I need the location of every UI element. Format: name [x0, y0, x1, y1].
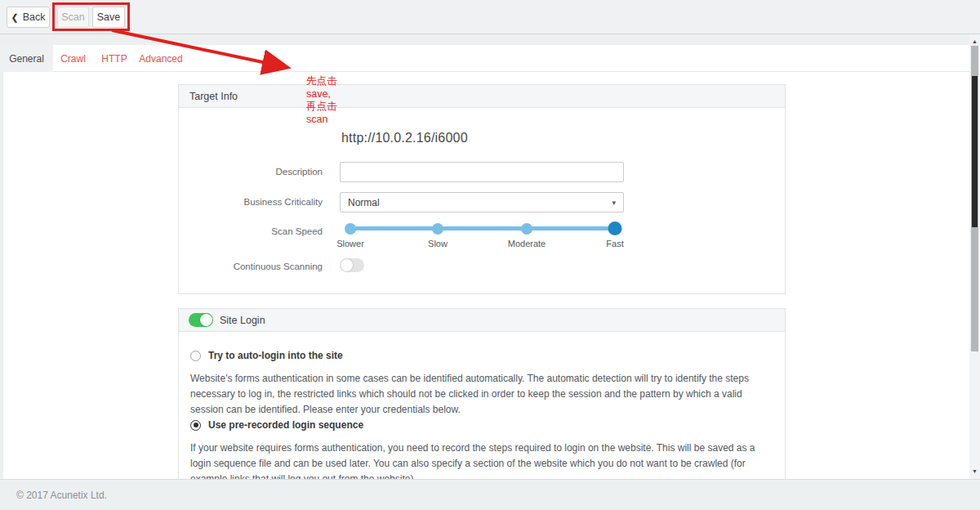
description-label: Description	[179, 167, 323, 177]
tab-general-label: General	[9, 53, 44, 65]
annotation-note: 先点击 save, 再点击 scan	[306, 75, 337, 126]
pre-recorded-label: Use pre-recorded login sequence	[208, 419, 363, 431]
continuous-scanning-label: Continuous Scanning	[179, 262, 323, 271]
tab-crawl[interactable]: Crawl	[53, 45, 93, 72]
copyright-text: © 2017 Acunetix Ltd.	[16, 490, 107, 501]
tab-advanced[interactable]: Advanced	[136, 45, 186, 72]
tab-http[interactable]: HTTP	[93, 45, 136, 72]
scan-button-label: Scan	[61, 11, 85, 23]
pre-recorded-radio[interactable]	[190, 420, 201, 431]
auto-login-radio[interactable]	[190, 351, 201, 361]
footer: © 2017 Acunetix Ltd.	[0, 479, 980, 510]
pre-recorded-option[interactable]: Use pre-recorded login sequence	[190, 419, 363, 431]
target-info-title: Target Info	[189, 91, 238, 102]
target-info-header: Target Info	[179, 85, 785, 108]
slider-track[interactable]	[350, 226, 615, 230]
chevron-left-icon: ❮	[11, 13, 18, 22]
business-criticality-label: Business Criticality	[179, 197, 323, 207]
save-button[interactable]: Save	[92, 7, 125, 28]
scan-speed-stop-slower[interactable]	[345, 223, 356, 235]
scan-speed-stop-fast[interactable]	[608, 221, 622, 235]
pre-recorded-description: If your website requires forms authentic…	[190, 441, 772, 479]
scan-button[interactable]: Scan	[57, 7, 89, 28]
description-input[interactable]	[340, 162, 624, 182]
chevron-down-icon: ▾	[612, 199, 616, 207]
continuous-scanning-toggle[interactable]	[340, 258, 364, 272]
slider-label-moderate: Moderate	[508, 239, 546, 248]
business-criticality-value: Normal	[348, 197, 380, 208]
auto-login-label: Try to auto-login into the site	[208, 350, 343, 361]
annotation-line: 先点击	[306, 75, 337, 88]
tab-http-label: HTTP	[101, 53, 127, 65]
scan-speed-label: Scan Speed	[179, 226, 323, 236]
scan-speed-stop-slow[interactable]	[432, 223, 443, 235]
site-login-panel: Site Login Try to auto-login into the si…	[178, 308, 786, 479]
auto-login-option[interactable]: Try to auto-login into the site	[190, 350, 343, 361]
scrollbar-down-button[interactable]: ▼	[969, 466, 980, 476]
save-button-label: Save	[97, 11, 121, 23]
tab-advanced-label: Advanced	[139, 53, 182, 65]
business-criticality-select[interactable]: Normal ▾	[340, 192, 624, 212]
back-button[interactable]: ❮ Back	[7, 7, 50, 28]
back-button-label: Back	[23, 11, 46, 23]
scan-speed-slider[interactable]: Slower Slow Moderate Fast	[340, 221, 624, 248]
annotation-line: save,	[306, 88, 337, 101]
tab-crawl-label: Crawl	[60, 53, 86, 65]
site-login-title: Site Login	[220, 309, 265, 332]
annotation-line: scan	[306, 114, 337, 127]
slider-label-fast: Fast	[606, 239, 623, 248]
slider-label-slower: Slower	[336, 239, 364, 248]
scrollbar[interactable]: ▲ ▼	[969, 34, 980, 479]
target-info-panel: Target Info http://10.0.2.16/i6000 Descr…	[178, 84, 786, 294]
site-login-toggle[interactable]	[189, 313, 213, 327]
annotation-line: 再点击	[306, 101, 337, 114]
toolbar: ❮ Back Scan Save	[0, 0, 980, 34]
toggle-knob	[341, 259, 353, 271]
scan-speed-stop-moderate[interactable]	[521, 223, 532, 235]
target-url: http://10.0.2.16/i6000	[341, 131, 468, 145]
site-login-header: Site Login	[179, 309, 785, 332]
tab-general[interactable]: General	[0, 45, 53, 73]
tab-bar: General Crawl HTTP Advanced	[0, 45, 969, 72]
auto-login-description: Website's forms authentication in some c…	[190, 371, 772, 418]
slider-label-slow: Slow	[428, 239, 448, 248]
toggle-knob	[200, 314, 212, 326]
scrollbar-thumb[interactable]	[972, 76, 978, 227]
